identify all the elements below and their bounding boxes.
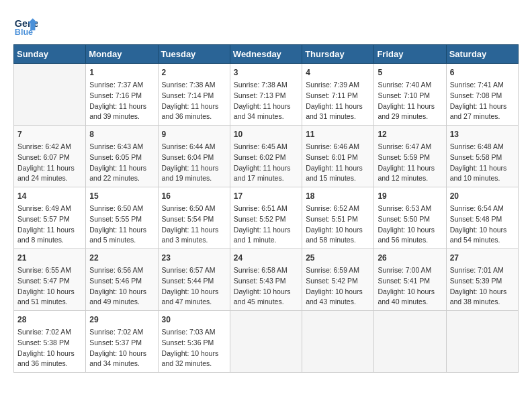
day-info: and 1 minute. <box>234 235 298 246</box>
day-info: Sunrise: 6:43 AM <box>89 142 154 152</box>
day-info: Sunset: 7:14 PM <box>162 91 226 101</box>
day-info: and 36 minutes. <box>162 111 226 122</box>
day-info: and 40 minutes. <box>378 297 442 308</box>
calendar-table: SundayMondayTuesdayWednesdayThursdayFrid… <box>13 44 519 373</box>
day-info: Sunrise: 6:49 AM <box>17 203 82 214</box>
day-cell: 17Sunrise: 6:51 AMSunset: 5:52 PMDayligh… <box>230 187 302 249</box>
day-number: 27 <box>450 252 515 264</box>
day-number: 19 <box>378 190 442 202</box>
day-number: 3 <box>234 66 298 79</box>
day-info: Daylight: 10 hours <box>306 287 370 298</box>
day-info: Sunset: 6:01 PM <box>306 152 370 163</box>
day-info: Sunrise: 6:46 AM <box>306 142 370 152</box>
day-info: Sunrise: 6:45 AM <box>234 142 298 152</box>
day-info: and 31 minutes. <box>306 111 370 122</box>
day-info: Daylight: 10 hours <box>234 287 298 298</box>
day-info: Daylight: 10 hours <box>378 287 442 298</box>
day-info: Daylight: 10 hours <box>17 287 82 298</box>
day-info: and 58 minutes. <box>306 235 370 246</box>
day-info: Daylight: 11 hours <box>234 163 298 174</box>
day-info: and 38 minutes. <box>450 297 515 308</box>
day-info: Daylight: 10 hours <box>450 225 515 236</box>
day-info: Sunrise: 6:50 AM <box>162 203 226 214</box>
day-number: 12 <box>378 128 442 140</box>
day-cell <box>302 311 374 373</box>
day-info: Sunset: 5:57 PM <box>17 214 82 225</box>
day-number: 1 <box>89 66 154 79</box>
header-monday: Monday <box>86 45 158 64</box>
day-info: Daylight: 11 hours <box>378 101 442 112</box>
day-info: Daylight: 11 hours <box>234 225 298 236</box>
day-cell: 11Sunrise: 6:46 AMSunset: 6:01 PMDayligh… <box>302 126 374 187</box>
day-cell: 28Sunrise: 7:02 AMSunset: 5:38 PMDayligh… <box>14 311 86 373</box>
day-number: 8 <box>89 128 154 140</box>
day-info: Daylight: 11 hours <box>306 101 370 112</box>
day-number: 23 <box>162 252 226 264</box>
header-wednesday: Wednesday <box>230 45 302 64</box>
day-cell: 12Sunrise: 6:47 AMSunset: 5:59 PMDayligh… <box>374 126 446 187</box>
day-info: Sunrise: 7:38 AM <box>234 80 298 91</box>
day-cell: 2Sunrise: 7:38 AMSunset: 7:14 PMDaylight… <box>158 64 230 126</box>
day-info: Sunset: 5:36 PM <box>162 338 226 349</box>
day-info: Sunset: 7:16 PM <box>89 91 154 101</box>
day-info: Sunrise: 7:03 AM <box>162 327 226 338</box>
day-info: Daylight: 11 hours <box>17 225 82 236</box>
day-cell: 18Sunrise: 6:52 AMSunset: 5:51 PMDayligh… <box>302 187 374 249</box>
day-info: Daylight: 11 hours <box>162 101 226 112</box>
day-info: Sunrise: 6:44 AM <box>162 142 226 152</box>
day-info: Sunset: 7:10 PM <box>378 91 442 101</box>
day-info: Sunrise: 6:47 AM <box>378 142 442 152</box>
day-number: 18 <box>306 190 370 202</box>
week-row-1: 1Sunrise: 7:37 AMSunset: 7:16 PMDaylight… <box>14 64 519 126</box>
day-cell: 4Sunrise: 7:39 AMSunset: 7:11 PMDaylight… <box>302 64 374 126</box>
day-info: Sunrise: 7:02 AM <box>17 327 82 338</box>
day-info: Sunset: 7:11 PM <box>306 91 370 101</box>
day-number: 26 <box>378 252 442 264</box>
day-info: Sunset: 6:04 PM <box>162 152 226 163</box>
day-info: Daylight: 11 hours <box>162 163 226 174</box>
day-info: and 15 minutes. <box>306 173 370 184</box>
day-info: Sunrise: 7:38 AM <box>162 80 226 91</box>
day-info: Sunset: 7:13 PM <box>234 91 298 101</box>
day-info: Sunset: 6:02 PM <box>234 152 298 163</box>
day-info: Daylight: 10 hours <box>450 287 515 298</box>
day-cell: 9Sunrise: 6:44 AMSunset: 6:04 PMDaylight… <box>158 126 230 187</box>
day-info: Sunrise: 6:55 AM <box>17 265 82 276</box>
day-info: and 36 minutes. <box>17 359 82 369</box>
day-info: Daylight: 11 hours <box>89 101 154 112</box>
day-cell <box>230 311 302 373</box>
day-info: Sunrise: 6:59 AM <box>306 265 370 276</box>
day-info: Sunrise: 6:58 AM <box>234 265 298 276</box>
day-number: 28 <box>17 314 82 326</box>
day-number: 4 <box>306 66 370 79</box>
day-info: Sunrise: 7:02 AM <box>89 327 154 338</box>
logo: General Blue <box>13 13 40 38</box>
day-info: Daylight: 11 hours <box>17 163 82 174</box>
day-cell: 25Sunrise: 6:59 AMSunset: 5:42 PMDayligh… <box>302 249 374 311</box>
day-number: 11 <box>306 128 370 140</box>
day-info: Daylight: 11 hours <box>450 163 515 174</box>
page-header: General Blue <box>13 13 519 38</box>
day-info: Sunset: 5:48 PM <box>450 214 515 225</box>
day-info: Sunset: 5:41 PM <box>378 276 442 287</box>
day-number: 7 <box>17 128 82 140</box>
day-number: 5 <box>378 66 442 79</box>
day-info: Sunset: 5:51 PM <box>306 214 370 225</box>
day-number: 22 <box>89 252 154 264</box>
svg-text:Blue: Blue <box>15 28 33 37</box>
day-info: Sunset: 5:47 PM <box>17 276 82 287</box>
day-cell: 16Sunrise: 6:50 AMSunset: 5:54 PMDayligh… <box>158 187 230 249</box>
day-info: and 49 minutes. <box>89 297 154 308</box>
day-info: Daylight: 10 hours <box>162 287 226 298</box>
day-cell: 13Sunrise: 6:48 AMSunset: 5:58 PMDayligh… <box>446 126 518 187</box>
day-cell: 8Sunrise: 6:43 AMSunset: 6:05 PMDaylight… <box>86 126 158 187</box>
header-friday: Friday <box>374 45 446 64</box>
day-info: Sunrise: 7:37 AM <box>89 80 154 91</box>
day-cell: 22Sunrise: 6:56 AMSunset: 5:46 PMDayligh… <box>86 249 158 311</box>
day-info: Sunrise: 6:42 AM <box>17 142 82 152</box>
header-saturday: Saturday <box>446 45 518 64</box>
day-info: and 45 minutes. <box>234 297 298 308</box>
day-info: Daylight: 11 hours <box>378 163 442 174</box>
day-info: Sunrise: 7:40 AM <box>378 80 442 91</box>
day-info: Sunrise: 6:51 AM <box>234 203 298 214</box>
